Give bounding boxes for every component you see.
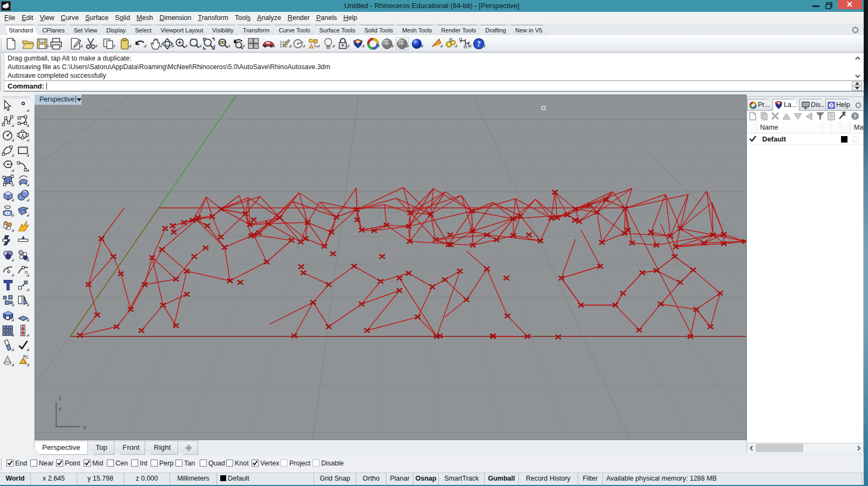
svg-text:y: y	[58, 405, 62, 411]
svg-text:x: x	[83, 424, 86, 430]
svg-text:?: ?	[830, 103, 833, 108]
svg-text:?: ?	[853, 113, 857, 119]
svg-text:z: z	[58, 395, 62, 401]
svg-text:?: ?	[477, 39, 481, 48]
